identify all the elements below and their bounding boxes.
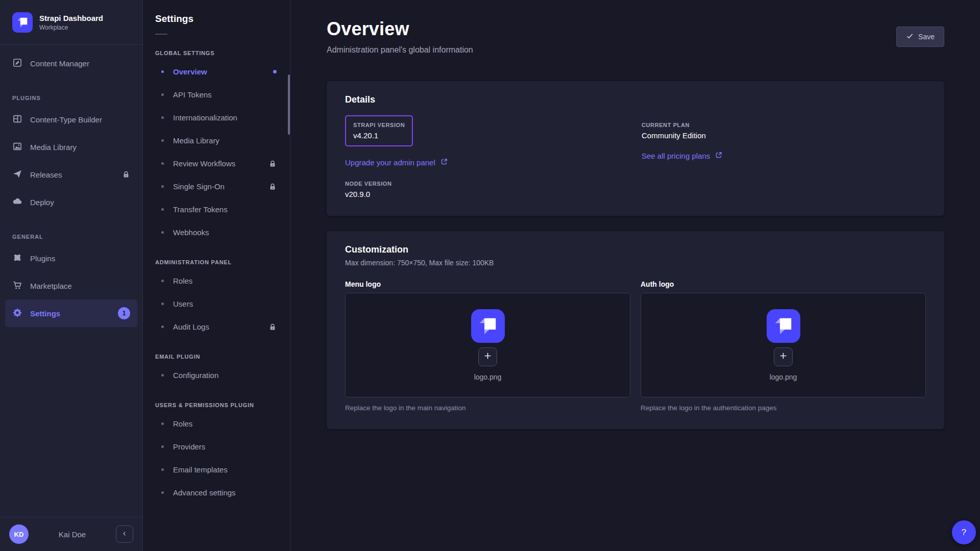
sidebar-section-plugins: PLUGINS	[0, 90, 142, 106]
menu-logo-hint: Replace the logo in the main navigation	[345, 404, 630, 412]
sidebar-item-marketplace[interactable]: Marketplace	[0, 272, 142, 299]
strapi-logo-icon	[767, 309, 800, 343]
puzzle-icon	[12, 253, 22, 264]
subnav-item-email-templates[interactable]: Email templates	[143, 458, 290, 481]
strapi-logo-icon	[12, 12, 33, 33]
workspace-title: Strapi Dashboard	[39, 14, 103, 22]
external-link-icon	[440, 158, 448, 167]
sidebar-item-content-type-builder[interactable]: Content-Type Builder	[0, 106, 142, 133]
auth-logo-upload-box[interactable]: logo.png	[641, 293, 926, 397]
subnav-section-administration-panel: ADMINISTRATION PANEL	[143, 259, 290, 265]
sidebar-item-label: Settings	[30, 309, 60, 318]
subnav-item-label: Internationalization	[173, 113, 237, 122]
menu-logo-filename: logo.png	[474, 373, 502, 381]
lock-icon	[268, 183, 277, 191]
add-logo-button[interactable]	[774, 347, 793, 366]
current-plan-label: CURRENT PLAN	[642, 122, 926, 128]
main-content: Overview Administration panel's global i…	[290, 0, 980, 551]
subnav-item-review-workflows[interactable]: Review Workflows	[143, 152, 290, 175]
subnav-item-audit-logs[interactable]: Audit Logs	[143, 315, 290, 338]
subnav-item-label: Overview	[173, 67, 207, 76]
subnav-item-single-sign-on[interactable]: Single Sign-On	[143, 175, 290, 198]
external-link-icon	[715, 151, 723, 161]
bullet-icon	[161, 325, 164, 328]
plus-icon	[483, 352, 492, 362]
subnav-item-label: Providers	[173, 442, 205, 451]
user-section: KD Kai Doe	[0, 517, 142, 551]
bullet-icon	[161, 93, 164, 96]
bullet-icon	[161, 139, 164, 142]
menu-logo-label: Menu logo	[345, 280, 630, 288]
subnav-item-label: API Tokens	[173, 90, 212, 99]
subnav-item-api-tokens[interactable]: API Tokens	[143, 83, 290, 106]
subnav-item-media-library[interactable]: Media Library	[143, 129, 290, 152]
help-button[interactable]: ?	[952, 520, 976, 544]
subnav-item-admin-roles[interactable]: Roles	[143, 269, 290, 292]
subnav-item-advanced-settings[interactable]: Advanced settings	[143, 481, 290, 504]
sidebar-item-deploy[interactable]: Deploy	[0, 188, 142, 216]
sidebar-item-settings[interactable]: Settings 1	[5, 299, 137, 327]
node-version-value: v20.9.0	[345, 190, 629, 198]
subnav-item-label: Webhooks	[173, 228, 209, 237]
sidebar-item-plugins[interactable]: Plugins	[0, 244, 142, 272]
bullet-icon	[161, 231, 164, 234]
subnav-item-overview[interactable]: Overview	[143, 60, 290, 83]
subnav-item-label: Advanced settings	[173, 488, 236, 497]
bullet-icon	[161, 280, 164, 282]
subnav-item-label: Media Library	[173, 136, 219, 145]
strapi-version-label: STRAPI VERSION	[353, 122, 405, 128]
subnav-scrollbar[interactable]	[288, 74, 290, 135]
subnav-item-internationalization[interactable]: Internationalization	[143, 106, 290, 129]
upgrade-admin-panel-link[interactable]: Upgrade your admin panel	[345, 158, 448, 167]
sidebar-item-media-library[interactable]: Media Library	[0, 133, 142, 161]
subnav-item-admin-users[interactable]: Users	[143, 292, 290, 315]
sidebar-item-releases[interactable]: Releases	[0, 161, 142, 188]
current-plan-value: Community Edition	[642, 131, 926, 140]
details-right-column: CURRENT PLAN Community Edition See all p…	[642, 115, 926, 198]
add-logo-button[interactable]	[478, 347, 497, 366]
menu-logo-field: Menu logo	[345, 280, 630, 412]
bullet-icon	[161, 70, 164, 73]
user-name: Kai Doe	[34, 530, 111, 539]
subnav-item-label: Single Sign-On	[173, 182, 225, 191]
pen-square-icon	[12, 58, 22, 69]
subnav-section-email-plugin: EMAIL PLUGIN	[143, 354, 290, 360]
check-icon	[906, 32, 914, 41]
bullet-icon	[161, 208, 164, 211]
sidebar-item-label: Marketplace	[30, 282, 72, 290]
save-button[interactable]: Save	[896, 27, 944, 47]
sidebar-item-label: Deploy	[30, 198, 54, 207]
bullet-icon	[161, 116, 164, 119]
pricing-plans-link[interactable]: See all pricing plans	[642, 151, 723, 161]
bullet-icon	[161, 445, 164, 448]
lock-icon	[122, 170, 130, 179]
collapse-sidebar-button[interactable]	[116, 525, 133, 543]
strapi-version-highlight-box: STRAPI VERSION v4.20.1	[345, 115, 413, 146]
page-header: Overview Administration panel's global i…	[327, 18, 944, 55]
subnav-item-label: Transfer Tokens	[173, 205, 228, 214]
sidebar-item-content-manager[interactable]: Content Manager	[0, 49, 142, 77]
bullet-icon	[161, 185, 164, 188]
details-left-column: STRAPI VERSION v4.20.1 Upgrade your admi…	[345, 115, 629, 198]
subnav-item-up-roles[interactable]: Roles	[143, 412, 290, 435]
settings-subnav: Settings GLOBAL SETTINGS Overview API To…	[143, 0, 290, 551]
workspace-brand[interactable]: Strapi Dashboard Workplace	[0, 0, 142, 45]
subnav-item-webhooks[interactable]: Webhooks	[143, 221, 290, 244]
subnav-item-label: Configuration	[173, 371, 218, 380]
menu-logo-upload-box[interactable]: logo.png	[345, 293, 630, 397]
bullet-icon	[161, 491, 164, 494]
subnav-item-label: Audit Logs	[173, 322, 209, 331]
subnav-item-transfer-tokens[interactable]: Transfer Tokens	[143, 198, 290, 221]
bullet-icon	[161, 468, 164, 471]
subnav-item-providers[interactable]: Providers	[143, 435, 290, 458]
save-button-label: Save	[918, 33, 935, 41]
subnav-item-configuration[interactable]: Configuration	[143, 364, 290, 387]
auth-logo-hint: Replace the logo in the authentication p…	[641, 404, 926, 412]
avatar[interactable]: KD	[9, 524, 29, 544]
cart-icon	[12, 280, 22, 292]
customization-card-title: Customization	[345, 244, 926, 255]
lock-icon	[268, 323, 277, 331]
pricing-link-label: See all pricing plans	[642, 152, 710, 160]
main-nav: Content Manager PLUGINS Content-Type Bui…	[0, 45, 142, 517]
sidebar-item-label: Releases	[30, 170, 62, 179]
